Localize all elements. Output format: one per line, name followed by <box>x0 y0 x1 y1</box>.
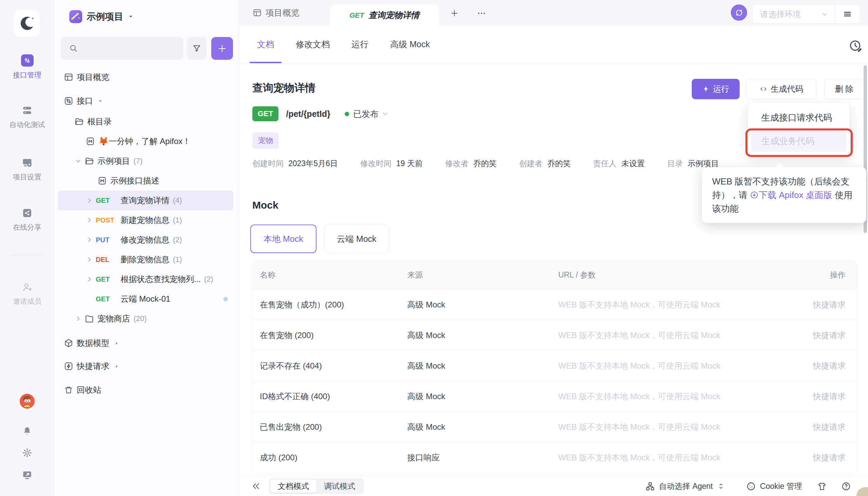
tree-item-label: 接口 <box>77 95 93 106</box>
tree-item[interactable]: GET查询宠物详情(4) <box>58 190 233 210</box>
rail-divider <box>9 255 45 255</box>
tree-item-label: 删除宠物信息 <box>121 254 170 265</box>
mock-tab-cloud[interactable]: 云端 Mock <box>324 224 390 253</box>
chevron-down-icon[interactable] <box>381 110 389 118</box>
search-input[interactable] <box>61 37 184 60</box>
tree-item[interactable]: POST新建宠物信息(1) <box>58 210 233 230</box>
caret-right-icon[interactable] <box>114 364 119 369</box>
menu-item-generate-business-code[interactable]: 生成业务代码 <box>751 130 846 152</box>
tree-item[interactable]: DEL删除宠物信息(1) <box>58 250 233 269</box>
mode-docs[interactable]: 文档模式 <box>270 480 316 493</box>
rail-item-api-management[interactable]: 接口管理 <box>0 55 54 80</box>
chevron-right-icon[interactable] <box>85 217 93 223</box>
quick-request-link[interactable]: 快捷请求 <box>789 330 857 341</box>
quick-request-link[interactable]: 快捷请求 <box>789 391 857 402</box>
add-new-button[interactable] <box>211 37 233 60</box>
mock-tab-local[interactable]: 本地 Mock <box>250 224 316 253</box>
markdown-icon <box>97 176 107 186</box>
table-row[interactable]: 记录不存在 (404)高级 MockWEB 版不支持本地 Mock，可使用云端 … <box>253 351 857 381</box>
environment-select[interactable]: 请选择环境 <box>753 5 835 24</box>
tree-item[interactable]: 回收站 <box>58 380 233 400</box>
run-button[interactable]: 运行 <box>692 79 740 99</box>
agent-selector[interactable]: 自动选择 Agent <box>645 481 725 492</box>
generate-code-button[interactable]: 生成代码 <box>746 79 816 99</box>
meta-value: 乔的笑 <box>473 159 497 168</box>
endpoint-title: 查询宠物详情 <box>252 81 315 95</box>
desktop-app-button[interactable] <box>22 469 33 480</box>
tab-more-button[interactable] <box>474 6 489 21</box>
tree-item[interactable]: 数据模型 <box>58 333 233 353</box>
column-header: 操作 <box>789 270 857 280</box>
rail-item-project-settings[interactable]: 项目设置 <box>0 157 54 182</box>
quick-request-link[interactable]: 快捷请求 <box>789 422 857 433</box>
chevron-right-icon[interactable] <box>85 276 93 283</box>
quick-request-link[interactable]: 快捷请求 <box>789 452 857 463</box>
new-tab-button[interactable] <box>447 6 462 21</box>
bell-icon <box>22 426 33 436</box>
tree-item[interactable]: GET云端 Mock-01 <box>58 289 233 309</box>
tree-item[interactable]: 🦊一分钟，了解 Apifox！ <box>58 131 233 151</box>
table-row[interactable]: 已售出宠物 (200)高级 MockWEB 版不支持本地 Mock，可使用云端 … <box>253 412 857 442</box>
tree-item[interactable]: 项目概览 <box>58 67 233 87</box>
notifications-button[interactable] <box>22 426 33 436</box>
menu-item-generate-request-code[interactable]: 生成接口请求代码 <box>748 106 850 129</box>
subnav-tab-run[interactable]: 运行 <box>351 26 368 63</box>
filter-button[interactable] <box>187 37 206 60</box>
meta-pair: 创建时间2023年5月6日 <box>252 158 338 169</box>
rail-item-automation-test[interactable]: 自动化测试 <box>0 105 54 129</box>
chevron-right-icon[interactable] <box>85 197 93 204</box>
tab-method: GET <box>349 11 364 19</box>
search-field[interactable] <box>82 44 177 53</box>
tree-item-label: 示例接口描述 <box>110 175 159 186</box>
invite-member-button[interactable]: 邀请成员 <box>0 281 54 306</box>
mode-debug[interactable]: 调试模式 <box>316 480 363 493</box>
tag-pill[interactable]: 宠物 <box>252 133 279 149</box>
cookie-manager-button[interactable]: Cookie 管理 <box>746 481 802 492</box>
team-logo[interactable] <box>14 10 40 37</box>
quick-request-link[interactable]: 快捷请求 <box>789 299 857 310</box>
chevron-right-icon[interactable] <box>85 256 93 263</box>
chevron-right-icon[interactable] <box>74 315 82 322</box>
agent-label: 自动选择 Agent <box>659 481 713 492</box>
tab-active-endpoint[interactable]: GET 查询宠物详情 <box>330 5 439 26</box>
tree-item[interactable]: 示例项目(7) <box>58 151 233 171</box>
chevron-right-icon[interactable] <box>85 236 93 243</box>
caret-down-icon[interactable] <box>98 98 103 104</box>
user-avatar[interactable] <box>19 393 35 409</box>
rail-item-online-share[interactable]: 在线分享 <box>0 207 54 232</box>
model-icon <box>64 338 73 348</box>
project-switcher[interactable]: 示例项目 <box>69 10 134 23</box>
tree-item[interactable]: PUT修改宠物信息(2) <box>58 230 233 250</box>
settings-button[interactable] <box>22 447 33 458</box>
sync-button[interactable] <box>731 4 747 21</box>
quick-request-link[interactable]: 快捷请求 <box>789 360 857 371</box>
subnav-tab-docs[interactable]: 文档 <box>257 26 274 63</box>
status-label[interactable]: 已发布 <box>353 108 379 120</box>
tree-item[interactable]: 根目录 <box>58 112 233 131</box>
column-header: 来源 <box>407 270 558 280</box>
tree-item[interactable]: GET根据状态查找宠物列...(2) <box>58 269 233 289</box>
method-label: GET <box>96 276 118 283</box>
subnav-tab-advanced-mock[interactable]: 高级 Mock <box>390 26 430 63</box>
chevron-down-icon[interactable] <box>74 158 82 165</box>
collapse-sidebar-button[interactable] <box>251 481 261 491</box>
download-desktop-link[interactable]: 下载 Apifox 桌面版 <box>750 190 832 200</box>
history-button[interactable] <box>848 38 863 53</box>
table-row[interactable]: 成功 (200)接口响应WEB 版不支持本地 Mock，可使用云端 Mock快捷… <box>253 442 857 473</box>
env-menu-button[interactable] <box>835 5 860 24</box>
table-row[interactable]: 在售宠物（成功）(200)高级 MockWEB 版不支持本地 Mock，可使用云… <box>253 290 857 320</box>
theme-button[interactable] <box>817 481 827 491</box>
table-row[interactable]: ID格式不正确 (400)高级 MockWEB 版不支持本地 Mock，可使用云… <box>253 381 857 412</box>
table-row[interactable]: 在售宠物 (200)高级 MockWEB 版不支持本地 Mock，可使用云端 M… <box>253 320 857 351</box>
plus-icon <box>217 44 227 54</box>
tree-item[interactable]: 示例接口描述 <box>58 171 233 190</box>
subnav-tab-edit[interactable]: 修改文档 <box>296 26 330 63</box>
tree-item[interactable]: 接口 <box>58 91 233 111</box>
tab-project-overview[interactable]: 项目概览 <box>253 0 300 26</box>
tree-item[interactable]: 快捷请求 <box>58 356 233 376</box>
help-button[interactable] <box>841 481 851 491</box>
tree-item[interactable]: 宠物商店(20) <box>58 309 233 328</box>
delete-button[interactable]: 删 除 <box>824 79 864 99</box>
caret-right-icon[interactable] <box>114 341 119 346</box>
mode-label: 文档模式 <box>278 481 309 492</box>
